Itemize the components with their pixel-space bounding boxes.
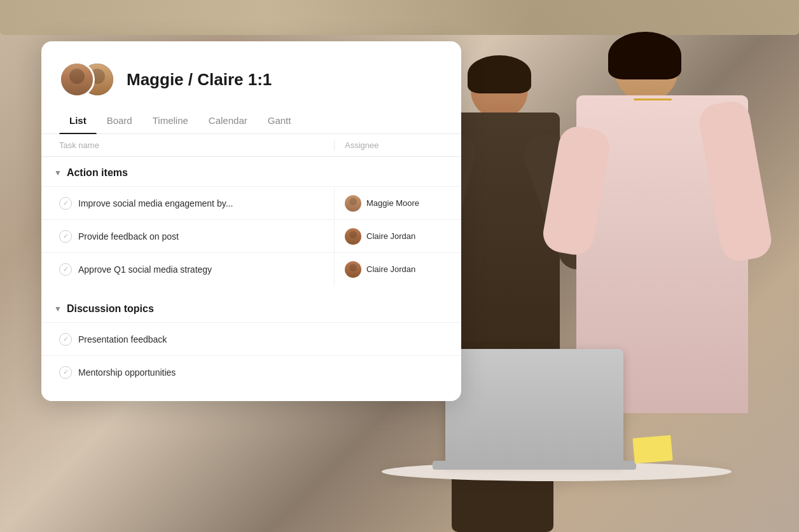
section-discussion-topics-title: Discussion topics <box>67 303 154 315</box>
task-cell: ✓ Presentation feedback <box>41 325 334 353</box>
avatar <box>345 195 361 212</box>
tab-gantt[interactable]: Gantt <box>258 110 302 133</box>
section-discussion-topics: ▼ Discussion topics <box>41 293 461 322</box>
avatars-group <box>59 59 116 100</box>
tab-list[interactable]: List <box>59 110 97 133</box>
assignee-cell: Claire Jordan <box>334 254 461 285</box>
table-row[interactable]: ✓ Approve Q1 social media strategy Clair… <box>41 252 461 285</box>
assignee-cell: Claire Jordan <box>334 221 461 252</box>
check-circle-icon: ✓ <box>59 230 72 243</box>
table-row[interactable]: ✓ Mentorship opportunities <box>41 355 461 388</box>
table-row[interactable]: ✓ Presentation feedback <box>41 322 461 355</box>
avatar-maggie <box>59 62 95 97</box>
avatar <box>345 261 361 278</box>
task-name: Mentorship opportunities <box>78 367 176 378</box>
section-action-items-title: Action items <box>67 167 128 179</box>
check-circle-icon: ✓ <box>59 333 72 346</box>
chevron-down-icon: ▼ <box>54 168 62 177</box>
task-name: Improve social media engagement by... <box>78 198 233 208</box>
check-circle-icon: ✓ <box>59 366 72 379</box>
tab-board[interactable]: Board <box>97 110 142 133</box>
task-cell: ✓ Improve social media engagement by... <box>41 189 334 217</box>
section-gap <box>41 285 461 293</box>
sticky-note <box>632 435 672 463</box>
main-card: Maggie / Claire 1:1 List Board Timeline … <box>41 41 461 401</box>
section-action-items: ▼ Action items <box>41 157 461 186</box>
assignee-name: Claire Jordan <box>366 231 415 241</box>
tab-calendar[interactable]: Calendar <box>198 110 258 133</box>
assignee-cell: Maggie Moore <box>334 188 461 219</box>
col-header-assignee: Assignee <box>334 140 461 150</box>
avatar <box>345 228 361 245</box>
task-cell: ✓ Mentorship opportunities <box>41 358 334 386</box>
card-title: Maggie / Claire 1:1 <box>127 70 272 90</box>
table-row[interactable]: ✓ Improve social media engagement by... … <box>41 186 461 219</box>
task-cell: ✓ Approve Q1 social media strategy <box>41 256 334 283</box>
task-name: Provide feedback on post <box>78 231 179 242</box>
assignee-name: Maggie Moore <box>366 198 419 208</box>
check-circle-icon: ✓ <box>59 197 72 210</box>
col-header-task: Task name <box>41 140 334 150</box>
table-header: Task name Assignee <box>41 134 461 157</box>
check-circle-icon: ✓ <box>59 263 72 276</box>
table-row[interactable]: ✓ Provide feedback on post Claire Jordan <box>41 219 461 252</box>
assignee-name: Claire Jordan <box>366 264 415 274</box>
task-name: Presentation feedback <box>78 334 167 344</box>
tabs-bar: List Board Timeline Calendar Gantt <box>41 100 461 134</box>
card-header: Maggie / Claire 1:1 <box>41 41 461 100</box>
task-name: Approve Q1 social media strategy <box>78 264 212 275</box>
chevron-down-icon: ▼ <box>54 304 62 313</box>
laptop <box>445 349 623 463</box>
task-cell: ✓ Provide feedback on post <box>41 222 334 250</box>
tab-timeline[interactable]: Timeline <box>142 110 198 133</box>
